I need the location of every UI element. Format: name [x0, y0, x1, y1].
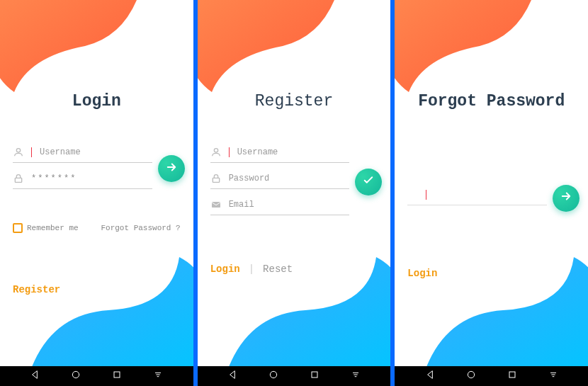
password-input[interactable]: ******* [31, 174, 152, 183]
user-icon [210, 147, 222, 158]
svg-point-4 [214, 149, 217, 152]
nav-back-icon[interactable] [29, 369, 40, 384]
username-input[interactable] [237, 147, 350, 157]
android-navbar [198, 366, 391, 386]
svg-rect-8 [312, 372, 317, 378]
svg-rect-1 [15, 178, 21, 182]
lock-icon [13, 173, 24, 184]
username-field[interactable] [210, 142, 350, 163]
submit-button[interactable] [355, 169, 382, 195]
checkbox-box [13, 223, 23, 233]
submit-button[interactable] [553, 185, 579, 212]
screen-forgot-password: Forgot Password Login [395, 0, 588, 386]
page-title: Login [13, 92, 181, 110]
link-divider: | [249, 263, 254, 275]
email-field[interactable] [210, 195, 350, 215]
svg-rect-6 [212, 202, 220, 208]
screen-login: Login ******* [0, 0, 193, 386]
nav-menu-icon[interactable] [152, 369, 164, 384]
mail-icon [407, 189, 419, 200]
username-input[interactable] [40, 147, 152, 157]
password-field[interactable] [210, 169, 350, 189]
android-navbar [0, 366, 193, 386]
nav-home-icon[interactable] [70, 369, 81, 384]
svg-rect-5 [213, 178, 219, 182]
svg-rect-9 [409, 192, 417, 198]
lock-icon [210, 173, 222, 184]
svg-rect-3 [114, 372, 120, 378]
nav-menu-icon[interactable] [548, 369, 559, 384]
password-input[interactable] [229, 174, 350, 183]
nav-menu-icon[interactable] [350, 369, 361, 384]
nav-recent-icon[interactable] [507, 369, 518, 384]
username-field[interactable] [13, 142, 152, 163]
text-cursor [229, 147, 230, 157]
email-field[interactable] [407, 185, 547, 205]
svg-point-7 [270, 371, 276, 378]
login-link[interactable]: Login [407, 268, 437, 279]
text-cursor [426, 190, 426, 200]
email-input[interactable] [229, 200, 350, 210]
submit-button[interactable] [158, 155, 185, 182]
page-title: Register [210, 92, 378, 110]
nav-home-icon[interactable] [268, 369, 279, 384]
screen-register: Register [198, 0, 391, 386]
remember-me-label: Remember me [27, 224, 79, 232]
svg-point-2 [73, 371, 79, 378]
forgot-password-link[interactable]: Forgot Password ? [101, 224, 180, 232]
reset-link[interactable]: Reset [263, 263, 293, 275]
login-link[interactable]: Login [210, 263, 240, 275]
nav-recent-icon[interactable] [309, 369, 320, 384]
remember-me-checkbox[interactable]: Remember me [13, 223, 79, 233]
svg-point-0 [16, 149, 20, 152]
password-field[interactable]: ******* [13, 169, 152, 189]
nav-home-icon[interactable] [465, 369, 477, 384]
android-navbar [395, 366, 588, 386]
check-icon [362, 174, 375, 190]
nav-recent-icon[interactable] [111, 369, 123, 384]
email-input[interactable] [434, 190, 547, 200]
page-title: Forgot Password [407, 92, 575, 110]
user-icon [13, 147, 24, 158]
text-cursor [31, 147, 32, 157]
arrow-right-icon [560, 190, 572, 206]
nav-back-icon[interactable] [227, 369, 238, 384]
mail-icon [210, 199, 222, 210]
svg-point-10 [468, 371, 474, 378]
nav-back-icon[interactable] [424, 369, 436, 384]
svg-rect-11 [509, 372, 515, 378]
arrow-right-icon [165, 161, 178, 177]
register-link[interactable]: Register [13, 284, 60, 295]
